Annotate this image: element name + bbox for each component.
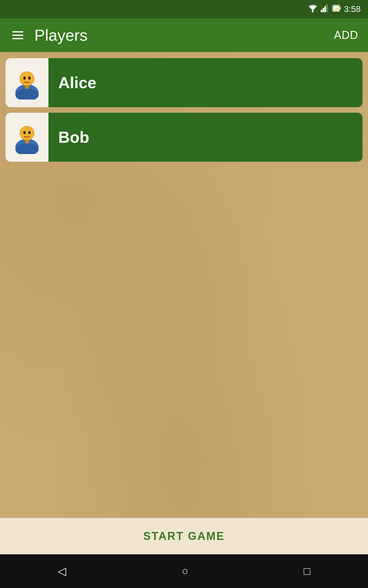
- avatar-container-alice: [6, 58, 48, 107]
- svg-rect-3: [324, 6, 326, 12]
- svg-point-22: [20, 126, 34, 140]
- svg-rect-1: [321, 10, 322, 12]
- svg-point-14: [20, 72, 34, 85]
- player-name-alice: Alice: [58, 74, 96, 92]
- player-card-bob[interactable]: Bob: [6, 113, 362, 162]
- battery-icon: ⚡: [332, 4, 341, 14]
- avatar-alice: [10, 66, 44, 100]
- content-spacer: [0, 168, 368, 518]
- hamburger-line: [12, 38, 23, 39]
- svg-point-0: [312, 10, 314, 12]
- player-name-bob: Bob: [58, 128, 89, 146]
- status-time: 3:58: [344, 4, 361, 14]
- app-title: Players: [34, 26, 334, 44]
- svg-rect-6: [339, 7, 341, 9]
- svg-text:⚡: ⚡: [334, 6, 339, 11]
- avatar-bob: [10, 120, 44, 154]
- hamburger-line: [12, 35, 23, 36]
- svg-point-15: [23, 77, 26, 80]
- back-button[interactable]: ◁: [53, 560, 71, 582]
- signal-icon: [321, 4, 329, 14]
- main-content: Alice: [0, 52, 368, 554]
- svg-point-24: [28, 131, 31, 134]
- status-icons: ⚡ 3:58: [308, 4, 361, 14]
- wifi-icon: [308, 4, 318, 14]
- player-card-alice[interactable]: Alice: [6, 58, 362, 107]
- avatar-container-bob: [6, 113, 48, 162]
- players-list: Alice: [0, 52, 368, 168]
- hamburger-line: [12, 31, 23, 32]
- status-bar: ⚡ 3:58: [0, 0, 368, 18]
- app-bar: Players ADD: [0, 18, 368, 52]
- svg-rect-12: [25, 85, 29, 89]
- svg-point-16: [28, 77, 31, 80]
- home-icon: ○: [182, 565, 188, 578]
- start-game-button[interactable]: START GAME: [0, 518, 368, 554]
- svg-rect-20: [25, 140, 29, 143]
- recent-apps-button[interactable]: □: [299, 560, 315, 582]
- back-icon: ◁: [58, 565, 66, 578]
- svg-rect-2: [323, 8, 324, 12]
- svg-point-23: [23, 131, 26, 134]
- home-button[interactable]: ○: [177, 560, 193, 582]
- svg-rect-4: [326, 4, 328, 12]
- nav-bar: ◁ ○ □: [0, 554, 368, 588]
- add-player-button[interactable]: ADD: [334, 29, 358, 42]
- recent-icon: □: [304, 565, 310, 578]
- hamburger-menu-button[interactable]: [10, 29, 26, 42]
